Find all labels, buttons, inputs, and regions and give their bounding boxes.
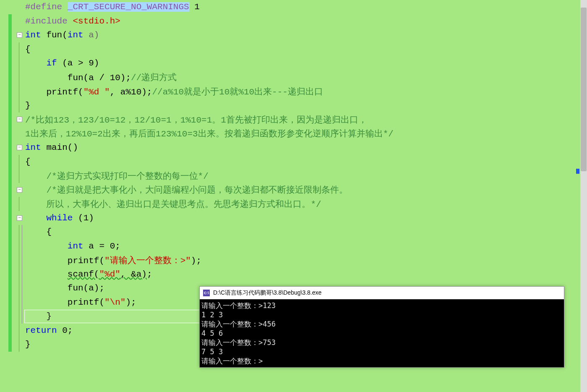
code-line: printf("%d ", a%10);//a%10就是小于10就%10出来--… xyxy=(0,84,587,99)
code-line: { xyxy=(0,155,587,169)
code-line: 1出来后，12%10=2出来，再后面123%10=3出来。按着递归函数形参变化逆… xyxy=(0,127,587,141)
code-line: − /*递归就是把大事化小，大问题编程小问题，每次递归都不断接近限制条件。 xyxy=(0,183,587,197)
console-window[interactable]: C:\ D:\C语言练习代码鹏哥\3.8\Debug\3.8.exe 请输入一个… xyxy=(199,286,564,368)
fold-toggle-icon[interactable]: − xyxy=(17,145,22,150)
console-line: 请输入一个整数：> xyxy=(201,356,562,366)
code-line: fun(a / 10);//递归方式 xyxy=(0,71,587,85)
console-line: 请输入一个整数：>753 xyxy=(201,338,562,347)
fold-toggle-icon[interactable]: − xyxy=(17,187,22,193)
code-line: scanf("%d", &a); xyxy=(0,267,587,282)
console-line: 请输入一个整数：>123 xyxy=(201,301,562,310)
console-title: D:\C语言练习代码鹏哥\3.8\Debug\3.8.exe xyxy=(213,289,321,297)
code-line: − while (1) xyxy=(0,211,587,225)
code-line: } xyxy=(0,99,587,113)
scroll-marker xyxy=(576,169,579,174)
code-line: − int fun(int a) xyxy=(0,28,587,42)
code-line: printf("请输入一个整数：>"); xyxy=(0,253,587,267)
code-line: { xyxy=(0,42,587,57)
console-line: 4 5 6 xyxy=(201,329,562,338)
scrollbar-thumb[interactable] xyxy=(581,8,587,171)
code-line: − /*比如123，123/10=12，12/10=1，1%10=1。1首先被打… xyxy=(0,112,587,127)
fold-toggle-icon[interactable]: − xyxy=(17,32,22,38)
code-line: if (a > 9) xyxy=(0,56,587,71)
fold-toggle-icon[interactable]: − xyxy=(17,215,22,221)
console-icon: C:\ xyxy=(203,290,210,296)
code-line: { xyxy=(0,225,587,239)
code-line: 所以，大事化小、递归出口是关键思考点。先思考递归方式和出口。*/ xyxy=(0,197,587,211)
code-line: int a = 0; xyxy=(0,239,587,253)
console-titlebar[interactable]: C:\ D:\C语言练习代码鹏哥\3.8\Debug\3.8.exe xyxy=(200,287,564,299)
code-line: /*递归方式实现打印一个整数的每一位*/ xyxy=(0,169,587,183)
console-line: 7 5 3 xyxy=(201,347,562,356)
console-line: 请输入一个整数：>456 xyxy=(201,319,562,329)
code-line: #include <stdio.h> xyxy=(0,14,587,29)
code-line: − int main() xyxy=(0,141,587,155)
console-line: 1 2 3 xyxy=(201,310,562,319)
console-output: 请输入一个整数：>123 1 2 3 请输入一个整数：>456 4 5 6 请输… xyxy=(200,299,564,367)
fold-toggle-icon[interactable]: − xyxy=(17,117,22,122)
code-line: #define _CRT_SECURE_NO_WARNINGS 1 xyxy=(0,0,587,14)
vertical-scrollbar[interactable] xyxy=(580,0,587,392)
